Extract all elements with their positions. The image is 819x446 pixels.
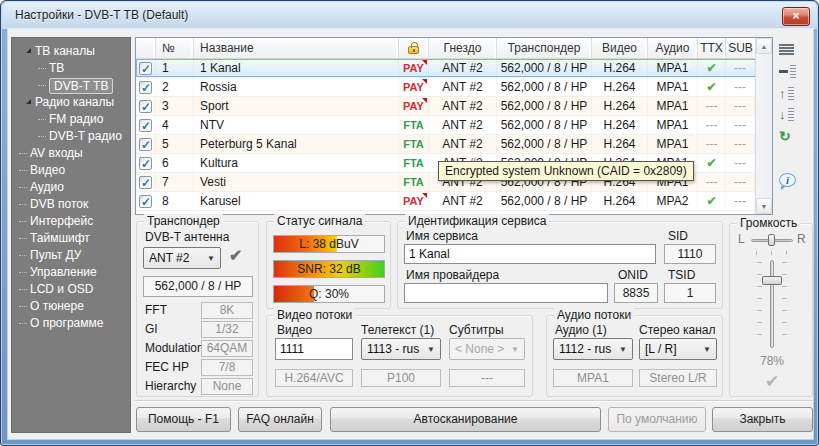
service-name-input[interactable] [404, 244, 656, 264]
fft-value: 8K [201, 302, 253, 319]
header-name[interactable]: Название [194, 38, 399, 58]
tree-expand-icon[interactable] [26, 48, 31, 53]
header-num[interactable]: № [156, 38, 194, 58]
balance-thumb[interactable] [768, 234, 775, 246]
uncheck-button[interactable] [779, 63, 799, 80]
autoscan-button[interactable]: Автосканирование [330, 407, 601, 432]
panel-title: Идентификация сервиса [405, 214, 549, 228]
provider-input[interactable] [404, 283, 608, 303]
volume-percent: 78% [730, 354, 814, 368]
sid-label: SID [668, 229, 688, 243]
stereo-info: Stereo L/R [639, 369, 717, 387]
table-row[interactable]: 5 Peterburg 5 Kanal FTA ANT #2 562,000 /… [136, 135, 772, 154]
scroll-down-icon[interactable]: ▼ [756, 198, 772, 214]
sidebar-item-tv[interactable]: ТВ [12, 60, 130, 77]
volume-thumb[interactable] [762, 276, 782, 285]
sidebar-item-av-inputs[interactable]: AV входы [12, 145, 130, 162]
transponder-panel: Транспондер DVB-T антенна ANT #2▼ ✔ 562,… [136, 221, 259, 397]
header-socket[interactable]: Гнездо [429, 38, 497, 58]
faq-button[interactable]: FAQ онлайн [238, 407, 322, 432]
row-checkbox[interactable] [136, 154, 156, 172]
antenna-dropdown[interactable]: ANT #2▼ [143, 247, 221, 269]
subtitles-label: Субтитры [449, 323, 504, 337]
help-button[interactable]: Помощь - F1 [136, 407, 231, 432]
stereo-dropdown[interactable]: [L / R]▼ [639, 338, 717, 360]
header-checkbox[interactable] [136, 38, 156, 58]
info-button[interactable]: i [779, 171, 799, 188]
table-scrollbar[interactable]: ▲ ▼ [755, 38, 772, 214]
balance-left-label: L [738, 232, 745, 246]
signal-level-bar: L: 38 dBuV [273, 235, 385, 253]
refresh-button[interactable]: ↻ [779, 127, 799, 144]
sidebar-item-radio-channels[interactable]: Радио каналы [12, 94, 130, 111]
ttx-check-icon: ✔ [698, 154, 726, 172]
sidebar-item-dvb-stream[interactable]: DVB поток [12, 196, 130, 213]
sidebar-item-timeshift[interactable]: Таймшифт [12, 230, 130, 247]
tsid-label: TSID [668, 268, 695, 282]
table-row[interactable]: 4 NTV FTA ANT #2 562,000 / 8 / HP H.264 … [136, 116, 772, 135]
sidebar-item-dvbt-radio[interactable]: DVB-T радио [12, 128, 130, 145]
chevron-down-icon: ▼ [703, 345, 711, 354]
header-lock[interactable] [399, 38, 429, 58]
move-down-button[interactable]: ↓ [779, 106, 799, 123]
row-checkbox[interactable] [136, 173, 156, 191]
gi-value: 1/32 [201, 321, 253, 338]
header-audio[interactable]: Аудио [648, 38, 698, 58]
sidebar-item-tv-channels[interactable]: ТВ каналы [12, 43, 130, 60]
video-pid-input[interactable] [275, 338, 353, 360]
balance-right-label: R [797, 232, 806, 246]
table-row[interactable]: 8 Karusel PAY ANT #2 562,000 / 8 / HP H.… [136, 192, 772, 211]
header-video[interactable]: Видео [592, 38, 648, 58]
sidebar-item-about-program[interactable]: О программе [12, 315, 130, 332]
sidebar-item-audio[interactable]: Аудио [12, 179, 130, 196]
fec-value: 7/8 [201, 359, 253, 376]
signal-panel: Статус сигнала L: 38 dBuV SNR: 32 dB Q: … [266, 221, 391, 309]
teletext-dropdown[interactable]: 1113 - rus▼ [361, 338, 441, 360]
panel-title: Громкость [737, 216, 800, 230]
access-flag: FTA [399, 173, 429, 191]
row-checkbox[interactable] [136, 78, 156, 96]
sidebar-item-video[interactable]: Видео [12, 162, 130, 179]
settings-tree: ТВ каналы ТВ DVB-T ТВ Радио каналы FM ра… [11, 37, 131, 433]
ttx-check-icon: --- [698, 135, 726, 153]
sidebar-item-fm-radio[interactable]: FM радио [12, 111, 130, 128]
select-all-icon [779, 44, 794, 56]
header-transponder[interactable]: Транспондер [497, 38, 592, 58]
row-checkbox[interactable] [136, 59, 156, 77]
table-row[interactable]: 1 1 Kanal PAY ANT #2 562,000 / 8 / HP H.… [136, 59, 772, 78]
table-row[interactable]: 3 Sport PAY ANT #2 562,000 / 8 / HP H.26… [136, 97, 772, 116]
move-up-icon: ↑ [779, 87, 786, 100]
access-flag: PAY [399, 97, 429, 115]
chevron-down-icon: ▼ [511, 345, 519, 354]
access-flag: FTA [399, 154, 429, 172]
sidebar-item-dvbt-tv[interactable]: DVB-T ТВ [12, 77, 130, 94]
move-up-button[interactable]: ↑ [779, 85, 799, 102]
row-checkbox[interactable] [136, 116, 156, 134]
audio-pid-label: Аудио (1) [555, 323, 607, 337]
subtitles-dropdown: < None >▼ [449, 338, 525, 360]
access-flag: PAY [399, 78, 429, 96]
audio-dropdown[interactable]: 1112 - rus▼ [553, 338, 633, 360]
sidebar-item-remote[interactable]: Пульт ДУ [12, 247, 130, 264]
select-all-button[interactable] [779, 41, 799, 58]
info-icon: i [779, 173, 796, 187]
volume-slider[interactable] [770, 260, 774, 348]
scroll-up-icon[interactable]: ▲ [756, 38, 772, 54]
sidebar-item-lcd-osd[interactable]: LCD и OSD [12, 281, 130, 298]
header-sub[interactable]: SUB [726, 38, 755, 58]
row-checkbox[interactable] [136, 97, 156, 115]
tree-expand-icon[interactable] [26, 99, 31, 104]
row-checkbox[interactable] [136, 192, 156, 210]
row-checkbox[interactable] [136, 135, 156, 153]
header-ttx[interactable]: TTX [698, 38, 726, 58]
sidebar-item-about-tuner[interactable]: О тюнере [12, 298, 130, 315]
sidebar-item-control[interactable]: Управление [12, 264, 130, 281]
frequency-box: 562,000 / 8 / HP [143, 276, 253, 297]
titlebar[interactable]: Настройки - DVB-T ТВ (Default) × [2, 2, 817, 29]
close-button[interactable]: × [782, 7, 810, 26]
sidebar-item-interface[interactable]: Интерфейс [12, 213, 130, 230]
ttx-check-icon: --- [698, 173, 726, 191]
access-flag: PAY [399, 192, 429, 210]
close-dialog-button[interactable]: Закрыть [712, 407, 813, 432]
table-row[interactable]: 2 Rossia PAY ANT #2 562,000 / 8 / HP H.2… [136, 78, 772, 97]
